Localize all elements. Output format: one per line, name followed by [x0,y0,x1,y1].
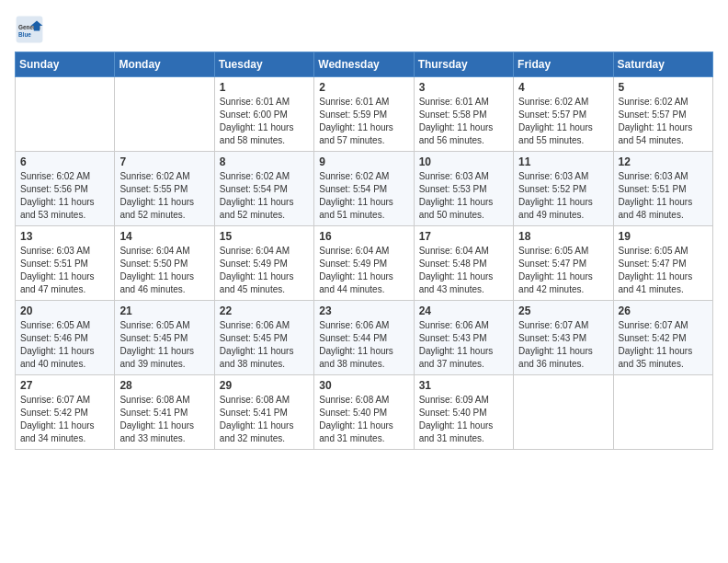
day-info: Sunrise: 6:09 AMSunset: 5:40 PMDaylight:… [419,394,508,445]
calendar-cell: 5Sunrise: 6:02 AMSunset: 5:57 PMDaylight… [613,77,712,152]
day-info: Sunrise: 6:05 AMSunset: 5:47 PMDaylight:… [518,245,608,296]
day-number: 13 [20,230,109,243]
calendar-cell: 21Sunrise: 6:05 AMSunset: 5:45 PMDayligh… [115,301,214,375]
calendar-cell: 20Sunrise: 6:05 AMSunset: 5:46 PMDayligh… [16,301,115,375]
calendar-cell: 16Sunrise: 6:04 AMSunset: 5:49 PMDayligh… [314,226,414,301]
calendar-week-4: 20Sunrise: 6:05 AMSunset: 5:46 PMDayligh… [16,301,713,375]
calendar-cell: 29Sunrise: 6:08 AMSunset: 5:41 PMDayligh… [214,375,313,450]
day-info: Sunrise: 6:05 AMSunset: 5:46 PMDaylight:… [20,319,109,371]
calendar-cell [16,77,115,152]
calendar-cell: 12Sunrise: 6:03 AMSunset: 5:51 PMDayligh… [613,152,712,226]
page-header: General Blue [15,15,713,44]
day-number: 29 [220,379,309,392]
day-info: Sunrise: 6:02 AMSunset: 5:57 PMDaylight:… [518,96,608,147]
calendar-cell: 24Sunrise: 6:06 AMSunset: 5:43 PMDayligh… [414,301,513,375]
calendar-cell: 13Sunrise: 6:03 AMSunset: 5:51 PMDayligh… [16,226,115,301]
day-number: 11 [518,155,608,168]
day-number: 8 [220,155,309,168]
day-info: Sunrise: 6:04 AMSunset: 5:49 PMDaylight:… [319,245,408,296]
svg-text:Blue: Blue [18,31,31,38]
weekday-header-monday: Monday [115,52,214,77]
calendar-table: SundayMondayTuesdayWednesdayThursdayFrid… [15,52,713,450]
day-info: Sunrise: 6:08 AMSunset: 5:40 PMDaylight:… [319,394,408,445]
day-info: Sunrise: 6:01 AMSunset: 6:00 PMDaylight:… [220,96,309,147]
weekday-header-row: SundayMondayTuesdayWednesdayThursdayFrid… [16,52,713,77]
day-number: 20 [20,304,109,317]
calendar-cell [514,375,613,450]
calendar-cell: 6Sunrise: 6:02 AMSunset: 5:56 PMDaylight… [16,152,115,226]
weekday-header-saturday: Saturday [613,52,712,77]
calendar-cell: 7Sunrise: 6:02 AMSunset: 5:55 PMDaylight… [115,152,214,226]
logo: General Blue [15,15,48,44]
day-number: 24 [419,304,508,317]
day-number: 22 [220,304,309,317]
day-info: Sunrise: 6:01 AMSunset: 5:59 PMDaylight:… [319,96,408,147]
day-number: 21 [119,304,209,317]
day-number: 9 [319,155,408,168]
calendar-cell: 1Sunrise: 6:01 AMSunset: 6:00 PMDaylight… [214,77,313,152]
day-number: 28 [119,379,209,392]
weekday-header-friday: Friday [514,52,613,77]
calendar-cell: 4Sunrise: 6:02 AMSunset: 5:57 PMDaylight… [514,77,613,152]
day-info: Sunrise: 6:03 AMSunset: 5:51 PMDaylight:… [619,170,708,222]
calendar-cell: 30Sunrise: 6:08 AMSunset: 5:40 PMDayligh… [314,375,414,450]
day-info: Sunrise: 6:08 AMSunset: 5:41 PMDaylight:… [220,394,309,445]
day-number: 1 [220,81,309,94]
day-number: 27 [20,379,109,392]
day-info: Sunrise: 6:03 AMSunset: 5:53 PMDaylight:… [419,170,508,222]
calendar-week-1: 1Sunrise: 6:01 AMSunset: 6:00 PMDaylight… [16,77,713,152]
day-number: 16 [319,230,408,243]
calendar-cell: 10Sunrise: 6:03 AMSunset: 5:53 PMDayligh… [414,152,513,226]
calendar-cell: 22Sunrise: 6:06 AMSunset: 5:45 PMDayligh… [214,301,313,375]
day-number: 15 [220,230,309,243]
day-info: Sunrise: 6:07 AMSunset: 5:42 PMDaylight:… [20,394,109,445]
calendar-cell: 18Sunrise: 6:05 AMSunset: 5:47 PMDayligh… [514,226,613,301]
day-info: Sunrise: 6:04 AMSunset: 5:48 PMDaylight:… [419,245,508,296]
day-info: Sunrise: 6:06 AMSunset: 5:45 PMDaylight:… [220,319,309,371]
calendar-cell: 26Sunrise: 6:07 AMSunset: 5:42 PMDayligh… [613,301,712,375]
day-info: Sunrise: 6:03 AMSunset: 5:51 PMDaylight:… [20,245,109,296]
weekday-header-wednesday: Wednesday [314,52,414,77]
day-number: 23 [319,304,408,317]
calendar-cell: 15Sunrise: 6:04 AMSunset: 5:49 PMDayligh… [214,226,313,301]
calendar-cell: 28Sunrise: 6:08 AMSunset: 5:41 PMDayligh… [115,375,214,450]
day-number: 14 [119,230,209,243]
day-number: 5 [619,81,708,94]
day-info: Sunrise: 6:05 AMSunset: 5:47 PMDaylight:… [619,245,708,296]
day-number: 3 [419,81,508,94]
calendar-cell: 9Sunrise: 6:02 AMSunset: 5:54 PMDaylight… [314,152,414,226]
logo-icon: General Blue [15,15,44,44]
calendar-cell: 31Sunrise: 6:09 AMSunset: 5:40 PMDayligh… [414,375,513,450]
day-info: Sunrise: 6:06 AMSunset: 5:43 PMDaylight:… [419,319,508,371]
day-info: Sunrise: 6:02 AMSunset: 5:54 PMDaylight:… [319,170,408,222]
calendar-cell: 8Sunrise: 6:02 AMSunset: 5:54 PMDaylight… [214,152,313,226]
day-number: 2 [319,81,408,94]
day-number: 18 [518,230,608,243]
day-number: 7 [119,155,209,168]
day-number: 19 [619,230,708,243]
day-info: Sunrise: 6:01 AMSunset: 5:58 PMDaylight:… [419,96,508,147]
calendar-cell [613,375,712,450]
day-info: Sunrise: 6:02 AMSunset: 5:56 PMDaylight:… [20,170,109,222]
calendar-cell [115,77,214,152]
weekday-header-thursday: Thursday [414,52,513,77]
day-info: Sunrise: 6:07 AMSunset: 5:43 PMDaylight:… [518,319,608,371]
calendar-cell: 27Sunrise: 6:07 AMSunset: 5:42 PMDayligh… [16,375,115,450]
day-info: Sunrise: 6:03 AMSunset: 5:52 PMDaylight:… [518,170,608,222]
calendar-week-2: 6Sunrise: 6:02 AMSunset: 5:56 PMDaylight… [16,152,713,226]
day-number: 6 [20,155,109,168]
weekday-header-sunday: Sunday [16,52,115,77]
day-number: 12 [619,155,708,168]
day-number: 4 [518,81,608,94]
day-number: 26 [619,304,708,317]
day-info: Sunrise: 6:04 AMSunset: 5:49 PMDaylight:… [220,245,309,296]
calendar-week-3: 13Sunrise: 6:03 AMSunset: 5:51 PMDayligh… [16,226,713,301]
day-number: 10 [419,155,508,168]
calendar-cell: 14Sunrise: 6:04 AMSunset: 5:50 PMDayligh… [115,226,214,301]
day-info: Sunrise: 6:04 AMSunset: 5:50 PMDaylight:… [119,245,209,296]
day-info: Sunrise: 6:06 AMSunset: 5:44 PMDaylight:… [319,319,408,371]
calendar-cell: 17Sunrise: 6:04 AMSunset: 5:48 PMDayligh… [414,226,513,301]
day-info: Sunrise: 6:05 AMSunset: 5:45 PMDaylight:… [119,319,209,371]
day-info: Sunrise: 6:02 AMSunset: 5:55 PMDaylight:… [119,170,209,222]
day-info: Sunrise: 6:08 AMSunset: 5:41 PMDaylight:… [119,394,209,445]
